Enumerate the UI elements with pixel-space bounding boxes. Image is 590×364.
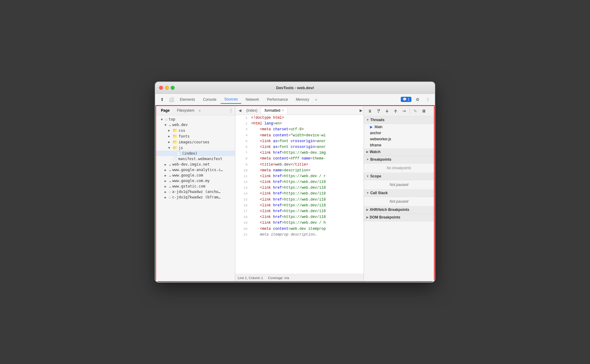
tree-label-google-my: www.google.com.my bbox=[172, 179, 210, 183]
code-line-1: 1 <!doctype html> bbox=[235, 115, 364, 121]
xhr-label: XHR/fetch Breakpoints bbox=[370, 208, 409, 212]
tree-label-manifest: manifest.webmanifest bbox=[178, 157, 222, 161]
thread-item-anchor[interactable]: anchor bbox=[364, 130, 434, 136]
left-panel: Page Filesystem » ⋮ ▼ ☐ top ▼ ☁ web bbox=[156, 106, 235, 281]
code-editor[interactable]: 1 <!doctype html> 2 <html lang=en> 3 <me… bbox=[235, 115, 364, 274]
tab-memory[interactable]: Memory bbox=[292, 96, 313, 103]
folder-icon-css: 📁 bbox=[172, 128, 177, 133]
tree-item-images[interactable]: ▶ 📁 images/courses bbox=[156, 139, 235, 145]
tree-item-index[interactable]: ▶ 📄 (index) bbox=[156, 151, 235, 156]
pause-button[interactable]: ⏸ bbox=[366, 107, 374, 115]
step-over-button[interactable] bbox=[375, 107, 382, 115]
thread-item-main[interactable]: ▶ Main bbox=[364, 124, 434, 130]
code-line-21: 21 meta itemprop description… bbox=[235, 232, 364, 238]
tree-item-analytics[interactable]: ▶ ☁ www.google-analytics.c… bbox=[156, 167, 235, 173]
tab-sources[interactable]: Sources bbox=[221, 95, 241, 104]
tree-label-fonts: fonts bbox=[179, 134, 190, 138]
threads-arrow: ▼ bbox=[366, 118, 369, 121]
svg-rect-5 bbox=[424, 110, 425, 113]
line-num-15: 15 bbox=[238, 197, 247, 203]
inspect-icon[interactable]: ⬆ bbox=[158, 95, 166, 104]
line-num-11: 11 bbox=[238, 173, 247, 179]
editor-nav-left[interactable]: ◀ bbox=[236, 107, 243, 114]
watch-section-header[interactable]: ▶ Watch bbox=[364, 148, 434, 156]
tabs-right-area: 💬 1 ⚙ ⋮ bbox=[401, 95, 432, 104]
tree-item-gstatic[interactable]: ▶ ☁ www.gstatic.com bbox=[156, 184, 235, 189]
device-icon[interactable]: ⬜ bbox=[167, 95, 176, 104]
step-button[interactable] bbox=[400, 107, 408, 115]
file-icon-manifest: 📄 bbox=[172, 157, 177, 161]
code-line-15: 15 <link href=https://web.dev/i18 bbox=[235, 197, 364, 203]
code-line-13: 13 <link href=https://web.dev/i18 bbox=[235, 185, 364, 191]
line-num-3: 3 bbox=[238, 127, 247, 132]
tab-filesystem[interactable]: Filesystem bbox=[174, 107, 197, 114]
tree-item-top[interactable]: ▼ ☐ top bbox=[156, 117, 235, 122]
breakpoints-label: Breakpoints bbox=[370, 157, 391, 162]
tab-elements[interactable]: Elements bbox=[176, 96, 199, 103]
minimize-button[interactable] bbox=[165, 86, 169, 90]
maximize-button[interactable] bbox=[171, 86, 175, 90]
panel-tabs-more[interactable]: » bbox=[199, 109, 201, 112]
tree-item-bframe[interactable]: ▶ ☐ c-jdx1q7kwadwz (bfram… bbox=[156, 194, 235, 200]
thread-item-webworker[interactable]: webworker.js bbox=[364, 136, 434, 142]
threads-section-header[interactable]: ▼ Threads bbox=[364, 116, 434, 124]
more-menu-icon[interactable]: ⋮ bbox=[424, 95, 432, 104]
code-content-6: <link as=font crossorigin=anor bbox=[251, 144, 361, 150]
breakpoints-section-header[interactable]: ▼ Breakpoints bbox=[364, 156, 434, 163]
thread-arrow-main: ▶ bbox=[370, 125, 373, 129]
cloud-icon-imgix: ☁ bbox=[169, 162, 171, 166]
tree-item-css[interactable]: ▶ 📁 css bbox=[156, 128, 235, 133]
tree-label-top: top bbox=[169, 117, 175, 121]
tree-label-webdev: web.dev bbox=[172, 123, 188, 127]
step-into-button[interactable] bbox=[383, 107, 391, 115]
thread-label-main: Main bbox=[375, 125, 382, 129]
tab-performance[interactable]: Performance bbox=[263, 96, 292, 103]
tree-arrow-gstatic: ▶ bbox=[165, 185, 168, 188]
tree-item-google[interactable]: ▶ ☁ www.google.com bbox=[156, 173, 235, 178]
tree-item-google-my[interactable]: ▶ ☁ www.google.com.my bbox=[156, 178, 235, 184]
thread-item-bframe[interactable]: bframe bbox=[364, 142, 434, 148]
deactivate-button[interactable]: ✎ bbox=[412, 107, 419, 115]
editor-tab-close-icon[interactable]: ✕ bbox=[282, 109, 284, 112]
tree-item-manifest[interactable]: ▶ 📄 manifest.webmanifest bbox=[156, 156, 235, 162]
callstack-section-header[interactable]: ▼ Call Stack bbox=[364, 189, 434, 197]
cloud-icon: ☁ bbox=[169, 123, 171, 127]
devtools-tabbar: ⬆ ⬜ Elements Console Sources Network Per… bbox=[155, 94, 435, 105]
line-num-10: 10 bbox=[238, 168, 247, 173]
editor-tab-formatted[interactable]: :formatted ✕ bbox=[261, 107, 287, 114]
notification-badge[interactable]: 💬 1 bbox=[401, 97, 411, 102]
panel-menu-icon[interactable]: ⋮ bbox=[229, 108, 233, 113]
dom-section-header[interactable]: ▶ DOM Breakpoints bbox=[364, 214, 434, 221]
editor-tab-index[interactable]: (index) bbox=[243, 107, 261, 114]
tab-page[interactable]: Page bbox=[158, 107, 173, 114]
tree-item-imgix[interactable]: ▶ ☁ web-dev.imgix.net bbox=[156, 162, 235, 167]
editor-tab-index-label: (index) bbox=[246, 108, 258, 113]
line-num-6: 6 bbox=[238, 144, 247, 150]
pause-exceptions-icon bbox=[421, 109, 426, 114]
tab-console[interactable]: Console bbox=[199, 96, 220, 103]
scope-section-header[interactable]: ▼ Scope bbox=[364, 173, 434, 180]
callstack-label: Call Stack bbox=[370, 191, 388, 195]
tabs-more-icon[interactable]: » bbox=[313, 96, 319, 103]
editor-tabs: ◀ (index) :formatted ✕ ▶ bbox=[235, 106, 364, 115]
step-out-button[interactable] bbox=[392, 107, 399, 115]
tree-item-anchor[interactable]: ▶ ☐ a-jdx1q7kwadwz (ancho… bbox=[156, 189, 235, 194]
close-button[interactable] bbox=[159, 86, 163, 90]
editor-run-icon[interactable]: ▶ bbox=[360, 108, 362, 113]
right-panel-inner: ▼ Threads ▶ Main anchor webworker.js bbox=[364, 116, 434, 281]
tree-item-fonts[interactable]: ▶ 📁 fonts bbox=[156, 133, 235, 139]
line-num-18: 18 bbox=[238, 214, 247, 220]
code-content-3: <meta charset=utf-8> bbox=[251, 127, 361, 132]
scope-label: Scope bbox=[370, 174, 381, 178]
editor-position[interactable]: Line 1, Column 1 bbox=[238, 276, 263, 280]
tree-item-webdev[interactable]: ▼ ☁ web.dev bbox=[156, 122, 235, 128]
xhr-section-header[interactable]: ▶ XHR/fetch Breakpoints bbox=[364, 206, 434, 214]
no-breakpoints-message: No breakpoints bbox=[364, 163, 434, 173]
tree-item-js[interactable]: ▼ 📁 js bbox=[156, 145, 235, 151]
code-content-13: <link href=https://web.dev/i18 bbox=[251, 185, 361, 191]
tab-network[interactable]: Network bbox=[242, 96, 263, 103]
code-line-6: 6 <link as=font crossorigin=anor bbox=[235, 144, 364, 150]
tree-label-css: css bbox=[179, 128, 185, 133]
pause-exceptions-button[interactable] bbox=[420, 107, 428, 115]
settings-icon[interactable]: ⚙ bbox=[413, 95, 422, 104]
